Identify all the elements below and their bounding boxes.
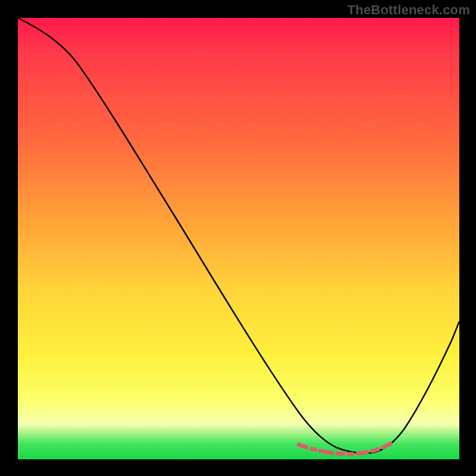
chart-frame: TheBottleneck.com [0,0,476,476]
optimal-range-marker [299,444,390,454]
plot-area [18,18,459,459]
bottleneck-curve [18,18,459,453]
chart-svg [18,18,459,459]
watermark-text: TheBottleneck.com [347,2,470,18]
